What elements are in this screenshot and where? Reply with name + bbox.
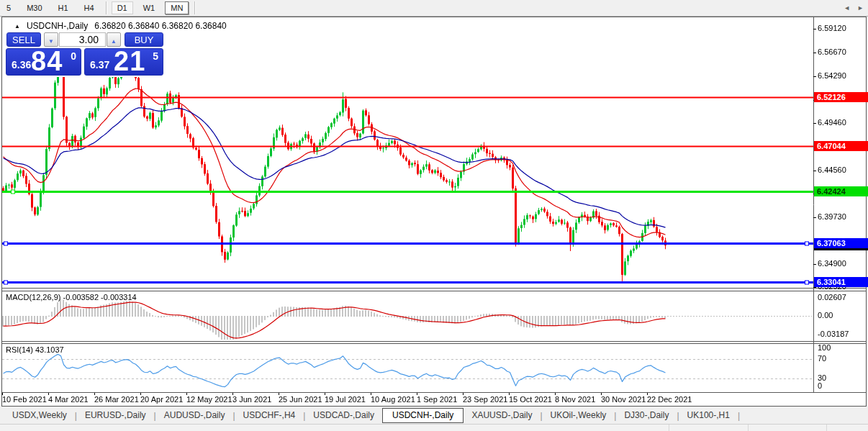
rsi-axis-label: 100: [818, 343, 831, 352]
macd-axis-label: -0.03187: [818, 330, 849, 338]
date-label: 25 Jun 2021: [279, 395, 322, 404]
date-label: 23 Sep 2021: [463, 395, 507, 404]
timeframe-button-5[interactable]: 5: [1, 1, 17, 14]
rsi-indicator-label: RSI(14) 43.1037: [6, 345, 64, 354]
status-divider: [748, 425, 749, 431]
date-label: 15 Oct 2021: [509, 395, 552, 404]
volume-increase-button[interactable]: ▲: [107, 32, 121, 47]
price-tick-label: 6.39730: [818, 212, 846, 221]
chart-tab-audusd[interactable]: AUDUSD-,Daily: [156, 408, 233, 423]
chart-tab-eurusd[interactable]: EURUSD-,Daily: [77, 408, 154, 423]
price-tick-label: 6.34900: [818, 259, 846, 268]
collapse-panel-icon[interactable]: ▲: [14, 23, 20, 30]
status-divider: [826, 425, 827, 431]
price-tick-label: 6.54290: [818, 71, 846, 80]
date-label: 10 Aug 2021: [371, 395, 415, 404]
timeframe-button-d1[interactable]: D1: [112, 1, 133, 14]
price-tick-label: 6.49460: [818, 118, 846, 127]
chart-ohlc-values: 6.36820 6.36840 6.36820 6.36840: [94, 21, 227, 31]
buy-button[interactable]: BUY: [125, 32, 163, 47]
chart-tab-dj30[interactable]: DJ30-,Daily: [616, 408, 677, 423]
chart-tab-bar: USDX,Weekly|EURUSD-,Daily|AUDUSD-,Daily|…: [0, 407, 868, 424]
bid-price-prefix: 6.36: [12, 59, 31, 71]
macd-indicator-label: MACD(12,26,9) -0.003582 -0.003314: [6, 293, 137, 301]
status-divider: [669, 425, 669, 431]
bid-price-box[interactable]: 6.36 84 0: [6, 48, 81, 76]
ask-price-big: 21: [114, 46, 145, 77]
timeframe-toolbar: 5M30H1H4D1W1MN: [0, 0, 868, 17]
date-label: 20 Apr 2021: [140, 395, 183, 404]
date-label: 22 Dec 2021: [647, 395, 692, 404]
bid-price-sup: 0: [71, 50, 76, 62]
price-line-tag[interactable]: 6.52126: [814, 92, 868, 102]
triangle-down-icon: ▼: [48, 38, 54, 45]
chart-symbol-period: USDCNH-,Daily: [27, 21, 88, 31]
ask-price-prefix: 6.37: [90, 59, 109, 71]
tab-scroll-right-icon[interactable]: ►: [857, 4, 864, 12]
chart-title: ▲ USDCNH-,Daily 6.36820 6.36840 6.36820 …: [14, 21, 227, 31]
timeframe-button-m30[interactable]: M30: [21, 1, 48, 14]
date-label: 8 Nov 2021: [555, 395, 595, 404]
ask-price-box[interactable]: 6.37 21 5: [84, 48, 163, 76]
chart-tab-usdx[interactable]: USDX,Weekly: [4, 408, 75, 423]
macd-axis-label: 0.00: [818, 311, 833, 319]
date-label: 10 Feb 2021: [2, 395, 47, 404]
price-line-tag[interactable]: 6.42424: [814, 186, 868, 196]
tab-scroll-buttons: ◄►: [844, 4, 864, 12]
rsi-axis-label: 0: [818, 381, 822, 390]
price-line-tag[interactable]: 6.33041: [814, 277, 868, 287]
price-tick-label: 6.59120: [818, 24, 846, 32]
date-label: 12 May 2021: [186, 395, 232, 404]
ask-price-sup: 5: [153, 50, 158, 62]
date-label: 4 Mar 2021: [48, 395, 89, 404]
chart-tab-ukoil[interactable]: UKOil-,Weekly: [543, 408, 615, 423]
date-label: 26 Mar 2021: [94, 395, 139, 404]
chart-tab-xauusd[interactable]: XAUUSD-,Daily: [464, 408, 540, 423]
macd-axis-label: 0.02607: [818, 293, 846, 301]
sell-button[interactable]: SELL: [6, 32, 41, 47]
price-tick-label: 6.44560: [818, 165, 846, 174]
date-label: 1 Sep 2021: [417, 395, 457, 404]
tab-separator: |: [738, 411, 740, 421]
timeframe-button-h1[interactable]: H1: [53, 1, 74, 14]
triangle-up-icon: ▲: [111, 38, 117, 45]
chart-tab-usdchf[interactable]: USDCHF-,H4: [235, 408, 304, 423]
toolbar-separator: [194, 1, 196, 14]
date-label: 3 Jun 2021: [232, 395, 271, 404]
tab-scroll-left-icon[interactable]: ◄: [844, 4, 850, 12]
date-label: 19 Jul 2021: [325, 395, 366, 404]
price-line-tag[interactable]: 6.47044: [814, 141, 868, 151]
timeframe-button-h4[interactable]: H4: [78, 1, 100, 14]
timeframe-button-w1[interactable]: W1: [137, 1, 161, 14]
price-tick-label: 6.56670: [818, 47, 846, 56]
toolbar-separator: [106, 1, 107, 14]
volume-decrease-button[interactable]: ▼: [44, 32, 58, 47]
price-line-tag[interactable]: 6.37063: [814, 238, 868, 248]
bid-price-big: 84: [31, 46, 63, 77]
rsi-axis-label: 70: [818, 354, 826, 363]
volume-input[interactable]: 3.00: [59, 32, 106, 47]
date-label: 30 Nov 2021: [601, 395, 646, 404]
chart-tab-usdcnh[interactable]: USDCNH-,Daily: [382, 408, 464, 423]
timeframe-button-mn[interactable]: MN: [165, 1, 189, 14]
chart-tab-usdcad[interactable]: USDCAD-,Daily: [305, 408, 382, 423]
status-bar: [0, 424, 868, 431]
chart-tab-uk100[interactable]: UK100-,H1: [679, 408, 738, 423]
